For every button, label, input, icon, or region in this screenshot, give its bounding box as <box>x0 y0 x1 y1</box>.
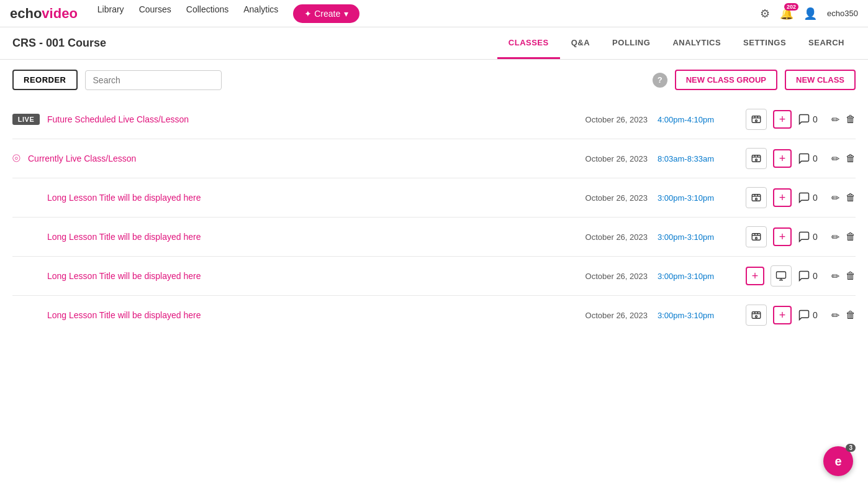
class-list: LIVE Future Scheduled Live Class/Lesson … <box>0 100 868 334</box>
comment-count[interactable]: 0 <box>798 231 825 243</box>
screen-icon-btn[interactable] <box>771 265 792 287</box>
comment-count[interactable]: 0 <box>798 191 825 204</box>
toolbar: REORDER ? NEW CLASS GROUP NEW CLASS <box>0 60 868 100</box>
table-row: ⦾ Currently Live Class/Lesson October 26… <box>12 139 856 178</box>
capture-icon-btn[interactable] <box>746 187 767 208</box>
delete-icon[interactable]: 🗑 <box>846 310 856 321</box>
course-tabs: CLASSES Q&A POLLING ANALYTICS SETTINGS S… <box>497 28 856 59</box>
class-date: October 26, 2023 <box>585 154 648 163</box>
class-title[interactable]: Long Lesson Title will be displayed here <box>47 232 578 242</box>
logo[interactable]: echovideo <box>10 6 78 22</box>
delete-icon[interactable]: 🗑 <box>846 231 856 242</box>
search-input[interactable] <box>85 70 222 90</box>
new-class-group-button[interactable]: NEW CLASS GROUP <box>675 70 777 90</box>
capture-icon-btn[interactable] <box>746 109 767 130</box>
class-title[interactable]: Currently Live Class/Lesson <box>28 154 578 163</box>
capture-icon-btn[interactable] <box>746 148 767 169</box>
edit-icon[interactable]: ✏ <box>831 310 839 321</box>
nav-collections[interactable]: Collections <box>186 4 228 23</box>
radio-wave-icon: ⦾ <box>12 153 20 164</box>
comment-icon <box>798 113 810 126</box>
nav-links: Library Courses Collections Analytics ✦ … <box>97 4 760 23</box>
live-badge: LIVE <box>12 114 40 125</box>
add-content-button[interactable]: + <box>746 267 764 285</box>
class-title[interactable]: Long Lesson Title will be displayed here <box>47 193 578 203</box>
new-class-button[interactable]: NEW CLASS <box>785 70 856 90</box>
logo-echo: echo <box>10 6 42 22</box>
edit-icon[interactable]: ✏ <box>831 192 839 204</box>
svg-rect-8 <box>777 272 786 278</box>
class-title[interactable]: Long Lesson Title will be displayed here <box>47 271 578 281</box>
comment-icon <box>798 309 810 321</box>
capture-icon <box>751 231 762 242</box>
comment-count[interactable]: 0 <box>798 270 825 282</box>
comment-count[interactable]: 0 <box>798 309 825 321</box>
capture-icon-btn[interactable] <box>746 226 767 247</box>
nav-courses[interactable]: Courses <box>139 4 171 23</box>
action-icons: + 0 ✏ 🗑 <box>746 148 856 169</box>
class-title[interactable]: Future Scheduled Live Class/Lesson <box>47 114 578 124</box>
nav-right: ⚙ 🔔 202 👤 echo350 <box>760 7 858 21</box>
comment-count[interactable]: 0 <box>798 113 825 126</box>
class-time: 8:03am-8:33am <box>658 154 738 163</box>
class-time: 4:00pm-4:10pm <box>658 115 738 124</box>
create-button[interactable]: ✦ Create ▾ <box>293 4 359 23</box>
table-row: Long Lesson Title will be displayed here… <box>12 257 856 296</box>
capture-icon <box>751 310 762 321</box>
reorder-button[interactable]: REORDER <box>12 70 78 90</box>
class-date: October 26, 2023 <box>585 272 648 281</box>
nav-library[interactable]: Library <box>97 4 124 23</box>
delete-icon[interactable]: 🗑 <box>846 192 856 203</box>
svg-point-3 <box>756 159 757 161</box>
action-icons: + 0 ✏ 🗑 <box>746 305 856 326</box>
tab-qa[interactable]: Q&A <box>560 28 601 59</box>
notifications-icon[interactable]: 🔔 202 <box>780 7 793 21</box>
live-pulse-indicator: ⦾ <box>12 153 20 164</box>
edit-icon[interactable]: ✏ <box>831 153 839 165</box>
edit-icon[interactable]: ✏ <box>831 114 839 126</box>
user-name[interactable]: echo350 <box>827 9 858 18</box>
edit-icon[interactable]: ✏ <box>831 270 839 282</box>
tab-settings[interactable]: SETTINGS <box>732 28 797 59</box>
action-icons: + 0 ✏ 🗑 <box>746 226 856 247</box>
class-time: 3:00pm-3:10pm <box>658 311 738 320</box>
help-icon[interactable]: ? <box>653 73 667 88</box>
add-content-button[interactable]: + <box>773 188 792 207</box>
delete-icon[interactable]: 🗑 <box>846 153 856 164</box>
add-content-button[interactable]: + <box>773 227 792 246</box>
settings-icon[interactable]: ⚙ <box>760 7 770 21</box>
svg-point-1 <box>756 120 757 122</box>
comment-count[interactable]: 0 <box>798 152 825 165</box>
capture-icon-btn[interactable] <box>746 305 767 326</box>
delete-icon[interactable]: 🗑 <box>846 114 856 125</box>
class-date: October 26, 2023 <box>585 193 648 203</box>
class-time: 3:00pm-3:10pm <box>658 232 738 242</box>
action-icons: + 0 ✏ 🗑 <box>746 187 856 208</box>
top-navigation: echovideo Library Courses Collections An… <box>0 0 868 27</box>
tab-classes[interactable]: CLASSES <box>497 28 560 59</box>
table-row: Long Lesson Title will be displayed here… <box>12 178 856 218</box>
comment-icon <box>798 270 810 282</box>
class-title[interactable]: Long Lesson Title will be displayed here <box>47 310 578 320</box>
comment-icon <box>798 191 810 204</box>
user-icon[interactable]: 👤 <box>803 7 817 21</box>
nav-analytics[interactable]: Analytics <box>243 4 278 23</box>
add-content-button[interactable]: + <box>773 110 792 129</box>
class-date: October 26, 2023 <box>585 311 648 320</box>
tab-search[interactable]: SEARCH <box>797 28 856 59</box>
class-date: October 26, 2023 <box>585 115 648 124</box>
delete-icon[interactable]: 🗑 <box>846 270 856 282</box>
add-content-button[interactable]: + <box>773 149 792 168</box>
edit-icon[interactable]: ✏ <box>831 231 839 243</box>
comment-icon <box>798 231 810 243</box>
course-title: CRS - 001 Course <box>12 37 106 50</box>
comment-number: 0 <box>813 114 818 124</box>
class-time: 3:00pm-3:10pm <box>658 193 738 203</box>
logo-video: video <box>42 6 77 22</box>
svg-point-10 <box>756 316 757 318</box>
screen-icon <box>775 270 787 282</box>
add-content-button[interactable]: + <box>773 306 792 324</box>
table-row: LIVE Future Scheduled Live Class/Lesson … <box>12 100 856 139</box>
tab-polling[interactable]: POLLING <box>601 28 661 59</box>
tab-analytics[interactable]: ANALYTICS <box>661 28 732 59</box>
